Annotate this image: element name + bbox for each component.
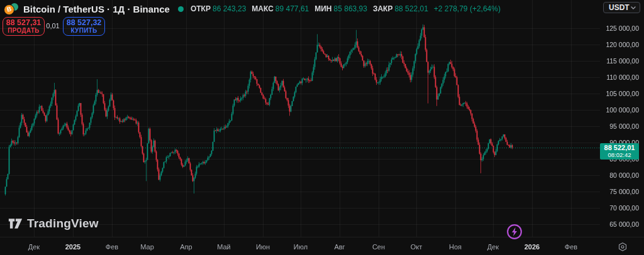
tradingview-logo-text: TradingView xyxy=(27,217,99,231)
price-axis-label: 120 000,00 xyxy=(606,41,639,48)
chart-header: B Bitcoin / TetherUS · 1Д · Binance ОТКР… xyxy=(4,2,501,16)
price-axis-label: 125 000,00 xyxy=(606,24,639,32)
time-axis-label: 2026 xyxy=(516,243,548,251)
price-axis-label: 115 000,00 xyxy=(606,57,639,65)
market-open-status-dot[interactable] xyxy=(178,6,184,12)
symbol-pair-icon: B xyxy=(4,3,18,15)
time-axis[interactable]: Дек2025ФевМарАпрМайИюнИюлАвгСенОктНояДек… xyxy=(0,237,644,255)
time-axis-label: Июл xyxy=(285,243,316,251)
open-value: 86 243,23 xyxy=(213,4,246,13)
spread-value: 0,01 xyxy=(44,22,62,30)
buy-label: КУПИТЬ xyxy=(70,27,97,34)
sell-button[interactable]: 88 527,31 ПРОДАТЬ xyxy=(3,17,45,36)
currency-label: USDT xyxy=(609,3,630,12)
bitcoin-icon: B xyxy=(4,4,14,15)
time-axis-label: Фев xyxy=(96,243,128,251)
chevron-down-icon xyxy=(631,6,636,9)
time-axis-label: Фев xyxy=(555,243,587,251)
time-axis-label: Ноя xyxy=(440,243,471,251)
price-axis-label: 80 000,00 xyxy=(609,171,639,179)
low-value: 85 863,93 xyxy=(334,4,367,13)
price-axis-label: 100 000,00 xyxy=(606,106,639,114)
ohlc-values-row: ОТКР86 243,23 МАКС89 477,61 МИН85 863,93… xyxy=(191,4,501,13)
lightning-icon xyxy=(506,224,523,240)
time-axis-label: Июн xyxy=(247,243,279,251)
buy-button[interactable]: 88 527,32 КУПИТЬ xyxy=(63,17,105,36)
price-axis-label: 75 000,00 xyxy=(609,188,639,195)
last-price-tag: 88 522,01 08:02:42 xyxy=(600,143,639,160)
price-axis-label: 110 000,00 xyxy=(606,73,639,81)
open-label: ОТКР xyxy=(191,4,211,13)
time-axis-label: Мар xyxy=(131,243,163,251)
last-price-value: 88 522,01 xyxy=(600,144,639,152)
sell-price: 88 527,31 xyxy=(6,19,42,28)
time-axis-label: Сен xyxy=(363,243,394,251)
symbol-title[interactable]: Bitcoin / TetherUS · 1Д · Binance xyxy=(23,4,170,14)
buy-price: 88 527,32 xyxy=(67,19,102,28)
tradingview-logo[interactable]: TradingView xyxy=(8,217,99,231)
change-value: +2 278,79 (+2,64%) xyxy=(434,4,501,13)
close-label: ЗАКР xyxy=(373,4,393,13)
low-label: МИН xyxy=(314,4,331,13)
tradingview-logomark-icon xyxy=(8,217,23,230)
price-axis-label: 105 000,00 xyxy=(606,90,639,97)
boost-button[interactable] xyxy=(506,224,523,240)
price-axis-label: 70 000,00 xyxy=(609,204,639,212)
high-value: 89 477,61 xyxy=(275,4,309,13)
price-axis-label: 65 000,00 xyxy=(609,220,639,228)
gear-icon[interactable] xyxy=(618,242,628,252)
time-axis-label: Май xyxy=(208,243,240,251)
sell-label: ПРОДАТЬ xyxy=(8,27,40,34)
time-axis-label: Авг xyxy=(324,243,355,251)
close-value: 88 522,01 xyxy=(394,4,428,13)
currency-selector-button[interactable]: USDT xyxy=(603,2,640,13)
time-axis-label: Апр xyxy=(170,243,202,251)
high-label: МАКС xyxy=(252,4,274,13)
time-axis-label: Окт xyxy=(401,243,432,251)
time-axis-label: Дек xyxy=(18,243,50,251)
price-axis[interactable]: 125 000,00120 000,00115 000,00110 000,00… xyxy=(602,0,644,237)
bar-countdown: 08:02:42 xyxy=(600,152,639,158)
time-axis-label: 2025 xyxy=(57,243,89,251)
price-axis-label: 95 000,00 xyxy=(609,122,639,130)
tradingview-chart-window: B Bitcoin / TetherUS · 1Д · Binance ОТКР… xyxy=(0,0,644,255)
time-axis-label: Дек xyxy=(477,243,509,251)
